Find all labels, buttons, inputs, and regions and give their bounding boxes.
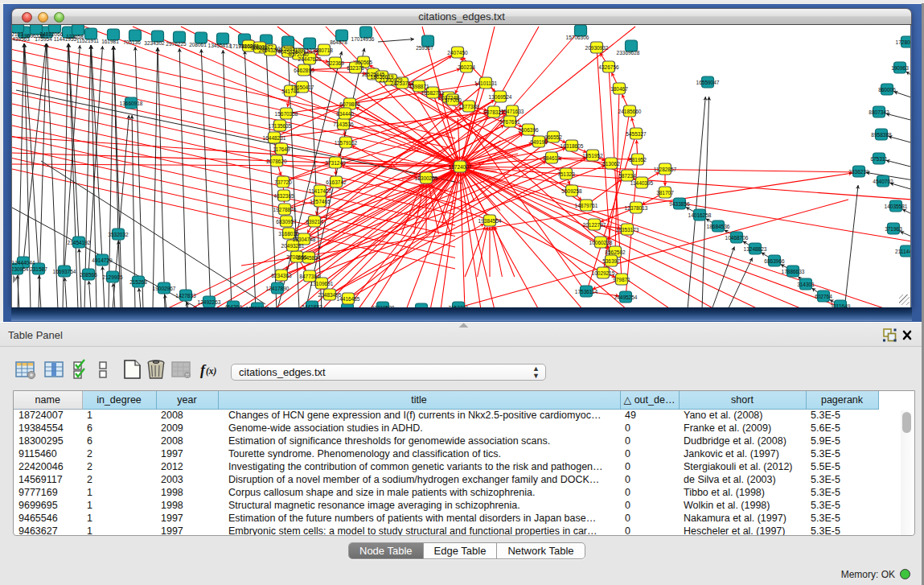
svg-text:18059692: 18059692: [246, 306, 269, 308]
svg-text:8958388: 8958388: [871, 132, 892, 138]
svg-text:2078620: 2078620: [266, 159, 287, 164]
svg-text:20230954: 20230954: [12, 266, 29, 272]
svg-text:13442936: 13442936: [336, 307, 359, 308]
svg-text:15706306: 15706306: [566, 35, 589, 40]
svg-text:4326756: 4326756: [598, 64, 619, 70]
svg-text:19384554: 19384554: [478, 218, 502, 224]
svg-text:17886633: 17886633: [782, 269, 805, 274]
svg-text:377000: 377000: [444, 97, 462, 103]
svg-text:231587: 231587: [30, 266, 47, 272]
svg-text:12444044: 12444044: [12, 260, 35, 266]
svg-text:6079806: 6079806: [339, 101, 360, 107]
svg-text:18304748: 18304748: [293, 237, 316, 242]
svg-text:280718: 280718: [315, 47, 333, 53]
svg-text:649199: 649199: [530, 139, 548, 145]
svg-text:19002967: 19002967: [153, 286, 176, 291]
svg-text:13248823: 13248823: [744, 246, 767, 252]
svg-text:20122797: 20122797: [583, 222, 606, 228]
svg-text:1851952: 1851952: [582, 153, 603, 159]
svg-text:864878: 864878: [330, 39, 347, 45]
svg-text:15471633: 15471633: [501, 109, 524, 114]
svg-text:22719528: 22719528: [372, 305, 395, 308]
svg-text:705136: 705136: [123, 39, 141, 45]
svg-text:3731249: 3731249: [325, 160, 346, 166]
svg-text:675311: 675311: [870, 156, 888, 162]
svg-text:190963: 190963: [891, 65, 909, 71]
svg-text:639214: 639214: [306, 219, 323, 225]
svg-text:5455327: 5455327: [626, 131, 647, 137]
svg-text:2129905: 2129905: [102, 274, 123, 280]
svg-text:13069524: 13069524: [489, 94, 512, 100]
svg-text:11579162: 11579162: [335, 140, 358, 146]
svg-text:6163742: 6163742: [326, 179, 347, 185]
svg-text:381707: 381707: [656, 190, 674, 196]
svg-text:20045834: 20045834: [298, 255, 321, 261]
svg-text:21447620: 21447620: [298, 56, 322, 62]
svg-text:541740: 541740: [281, 89, 299, 94]
svg-text:17280054: 17280054: [896, 39, 911, 45]
svg-text:5441883: 5441883: [302, 304, 322, 308]
svg-text:11417420: 11417420: [309, 188, 332, 194]
svg-text:8562502: 8562502: [605, 249, 626, 255]
svg-text:208566: 208566: [80, 272, 97, 278]
svg-text:7152201: 7152201: [448, 305, 469, 308]
svg-text:16559047: 16559047: [696, 80, 720, 85]
svg-text:13455413: 13455413: [208, 43, 232, 48]
svg-text:884613: 884613: [543, 155, 561, 161]
svg-text:20493281: 20493281: [281, 243, 305, 249]
svg-text:4045926: 4045926: [277, 49, 298, 55]
svg-text:3532032: 3532032: [108, 232, 129, 237]
svg-text:2407450: 2407450: [447, 50, 468, 56]
svg-text:3168032: 3168032: [278, 231, 299, 237]
svg-text:314301: 314301: [797, 282, 815, 287]
svg-text:20930932: 20930932: [585, 45, 609, 51]
svg-text:360234: 360234: [458, 64, 475, 70]
svg-text:881952: 881952: [629, 157, 647, 163]
svg-text:7143536: 7143536: [333, 122, 354, 127]
svg-text:6863966: 6863966: [764, 258, 785, 264]
svg-text:12417890: 12417890: [266, 286, 290, 291]
svg-text:208061: 208061: [189, 42, 207, 47]
svg-text:24495254: 24495254: [614, 295, 638, 300]
svg-text:1377389: 1377389: [458, 104, 479, 109]
svg-text:11440395: 11440395: [630, 180, 654, 186]
svg-text:10468706: 10468706: [725, 235, 749, 241]
svg-text:14016258: 14016258: [688, 212, 712, 218]
svg-text:123658: 123658: [66, 34, 84, 39]
svg-text:12378013: 12378013: [625, 205, 648, 211]
svg-text:613062: 613062: [602, 161, 620, 167]
svg-text:21680243: 21680243: [410, 307, 433, 308]
svg-text:9433856: 9433856: [669, 201, 690, 207]
svg-text:860006: 860006: [878, 87, 896, 93]
svg-text:536397: 536397: [602, 258, 620, 264]
svg-text:10029215: 10029215: [592, 270, 615, 276]
svg-text:(x): (x): [206, 366, 217, 377]
svg-text:18724007: 18724007: [449, 164, 472, 170]
svg-text:19278876: 19278876: [273, 207, 297, 212]
svg-text:209869: 209869: [251, 45, 269, 51]
svg-text:751323: 751323: [557, 171, 575, 177]
svg-text:371963: 371963: [885, 226, 902, 232]
svg-text:632376: 632376: [347, 65, 364, 71]
svg-text:21114483: 21114483: [895, 249, 911, 254]
svg-text:10060238: 10060238: [589, 240, 613, 245]
svg-text:18353173: 18353173: [616, 227, 639, 233]
svg-text:161981: 161981: [101, 39, 119, 44]
svg-text:3011649: 3011649: [831, 303, 851, 308]
svg-text:16318605: 16318605: [561, 143, 584, 149]
svg-text:259367: 259367: [416, 45, 433, 51]
svg-text:834440: 834440: [336, 111, 354, 117]
svg-text:602764: 602764: [815, 294, 832, 299]
svg-text:13109691: 13109691: [310, 281, 334, 286]
svg-text:1427833: 1427833: [175, 293, 196, 299]
svg-text:966552: 966552: [544, 134, 562, 140]
svg-text:21454192: 21454192: [68, 240, 91, 245]
svg-text:4332365: 4332365: [273, 193, 294, 199]
svg-text:24185660: 24185660: [618, 109, 642, 114]
svg-text:9606396: 9606396: [518, 127, 539, 133]
svg-text:17536114: 17536114: [575, 289, 598, 295]
svg-text:24253718: 24253718: [391, 80, 414, 86]
svg-text:6234363: 6234363: [271, 273, 292, 278]
svg-text:922369: 922369: [326, 60, 344, 66]
svg-text:3336239: 3336239: [848, 169, 869, 175]
